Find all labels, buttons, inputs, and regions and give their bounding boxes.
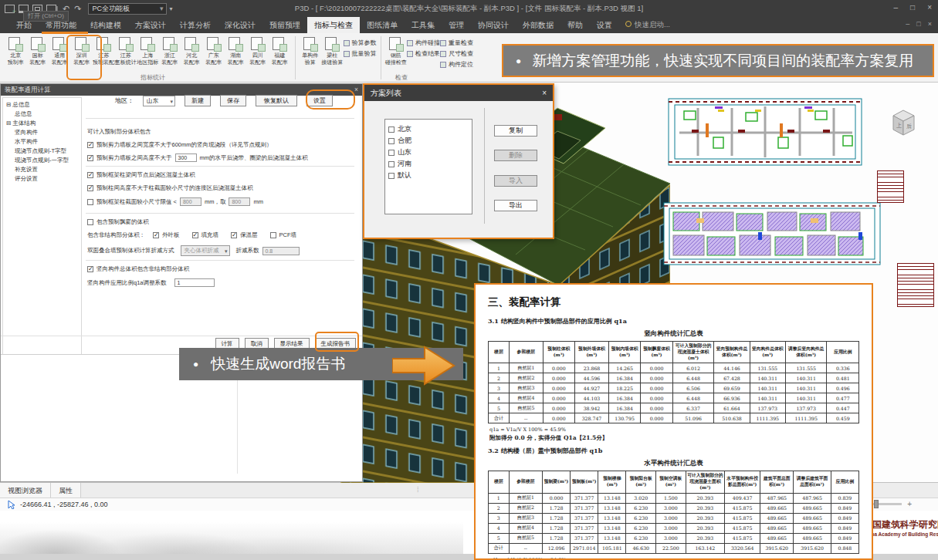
checkbox[interactable] <box>388 127 395 133</box>
option-vertical-cast-strip[interactable]: 预制剪力墙板之间宽度不大于600mm的竖向现浇段（详见节点规则） <box>87 141 273 149</box>
tab-properties[interactable]: 属性 <box>51 483 81 498</box>
ribbon-button-北京[interactable]: 北京预制率 <box>5 35 27 82</box>
band-height-input[interactable]: 300 <box>175 153 197 162</box>
view-cube[interactable]: 上 后 <box>886 106 920 139</box>
checkbox[interactable] <box>192 232 198 238</box>
ribbon-button-湖南[interactable]: 湖南装配率 <box>225 35 247 82</box>
dialog-button-导入[interactable]: 导入 <box>494 175 537 187</box>
zoom-slider-thumb[interactable] <box>874 500 879 508</box>
dialog-button-复制[interactable]: 复制 <box>494 125 537 137</box>
checkbox[interactable] <box>87 172 93 178</box>
tree-node-总信息[interactable]: 总信息 <box>3 110 81 119</box>
ribbon-small-button-检查结果[interactable]: 检查结果 <box>407 49 440 58</box>
nonstruct-option-外叶板[interactable]: 外叶板 <box>153 231 180 239</box>
panel-button-恢复默认[interactable]: 恢复默认 <box>256 95 297 106</box>
zoom-in-icon[interactable]: + <box>907 500 912 508</box>
menu-tab-外部数据[interactable]: 外部数据 <box>516 17 560 33</box>
scheme-item-默认[interactable]: 默认 <box>388 170 469 181</box>
ribbon-button-河北[interactable]: 河北装配率 <box>181 35 203 82</box>
panel-close-icon[interactable]: × <box>354 84 358 96</box>
menu-tab-指标与检查[interactable]: 指标与检查 <box>307 17 360 33</box>
ribbon-small-button-构件定位[interactable]: 构件定位 <box>440 60 473 69</box>
option-total-volume-include[interactable]: 竖向构件总体积包含非结构部分体积 <box>87 265 189 273</box>
option-horizontal-band[interactable]: 预制剪力墙板之间高度不大于 300 mm的水平后浇带、圈梁的后浇混凝土体积 <box>87 153 308 162</box>
checkbox[interactable] <box>153 232 159 238</box>
panel-button-新建[interactable]: 新建 <box>185 95 211 106</box>
quick-start[interactable]: 快速启动... <box>619 17 676 33</box>
ribbon-small-button-尺寸检查[interactable]: 尺寸检查 <box>440 49 473 58</box>
floor-plan-top[interactable] <box>664 93 866 171</box>
nonstruct-option-PCF墙[interactable]: PCF墙 <box>270 231 297 239</box>
factor-input[interactable]: 0.8 <box>262 247 300 255</box>
menu-tab-帮助[interactable]: 帮助 <box>560 17 590 33</box>
menu-tab-计算分析[interactable]: 计算分析 <box>173 17 218 33</box>
checkbox[interactable] <box>270 232 276 238</box>
ribbon-button-四川[interactable]: 四川装配率 <box>247 35 269 82</box>
menu-tab-方案设计[interactable]: 方案设计 <box>128 17 173 33</box>
option-bay-window[interactable]: 包含预制飘窗的体积 <box>87 218 149 226</box>
checkbox[interactable] <box>87 155 93 161</box>
menu-tab-协同设计[interactable]: 协同设计 <box>471 17 516 33</box>
ribbon-button-江苏[interactable]: 江苏三板统计 <box>115 35 137 82</box>
ratio-input[interactable]: 1 <box>174 278 215 287</box>
ribbon-button-广东[interactable]: 广东装配率 <box>203 35 225 82</box>
tree-node-补充设置[interactable]: 补充设置 <box>3 165 81 174</box>
option-column-connection[interactable]: 预制柱间高度不大于柱截面较小尺寸的连接区后浇混凝土体积 <box>87 184 253 192</box>
scheme-item-山东[interactable]: 山东 <box>388 147 469 158</box>
scheme-item-北京[interactable]: 北京 <box>388 123 469 135</box>
checkbox[interactable] <box>87 266 93 272</box>
report-page[interactable]: 三、装配率计算 3.1 结构竖向构件中预制部品部件的应用比例 q1a 竖向构件统… <box>474 283 873 560</box>
ribbon-small-button-构件碰撞[interactable]: 构件碰撞 <box>407 39 440 47</box>
checkbox[interactable] <box>87 142 93 148</box>
ribbon-small-button-验算参数[interactable]: 验算参数 <box>344 39 377 47</box>
checkbox[interactable] <box>388 150 395 156</box>
menu-tab-管理[interactable]: 管理 <box>442 17 471 33</box>
minimize-button[interactable]: – <box>894 3 899 12</box>
menu-tab-结构建模[interactable]: 结构建模 <box>83 17 128 33</box>
menu-tab-预留预埋[interactable]: 预留预埋 <box>262 17 307 33</box>
tree-node-水平构件[interactable]: 水平构件 <box>3 137 81 147</box>
dialog-button-导出[interactable]: 导出 <box>494 200 537 211</box>
reduction-select[interactable]: 夹心体积折减 <box>181 245 230 256</box>
ribbon-small-button-重量检查[interactable]: 重量检查 <box>440 39 473 47</box>
menu-tab-工具集[interactable]: 工具集 <box>405 17 442 33</box>
ribbon-button-梁柱[interactable]: 梁柱接缝验算 <box>321 35 344 82</box>
tree-node-评分设置[interactable]: 评分设置 <box>3 174 81 184</box>
menu-tab-图纸清单[interactable]: 图纸清单 <box>360 17 405 33</box>
scheme-item-合肥[interactable]: 合肥 <box>388 135 469 147</box>
tree-node-现浇节点规则-T字型[interactable]: 现浇节点规则-T字型 <box>3 147 81 156</box>
ribbon-small-button-批量验算[interactable]: 批量验算 <box>344 49 377 58</box>
option-column-size-limit[interactable]: 预制框架柱截面较小尺寸限值 < 800 mm，取 800 mm <box>87 197 263 206</box>
floor-plan-bottom[interactable] <box>659 198 885 269</box>
ribbon-button-单构件[interactable]: 单构件验算 <box>300 35 322 82</box>
ribbon-button-福建[interactable]: 福建装配率 <box>269 35 291 82</box>
scheme-item-河南[interactable]: 河南 <box>388 158 469 170</box>
new-file-icon[interactable] <box>5 5 15 13</box>
size-take-input[interactable]: 800 <box>229 197 250 206</box>
checkbox[interactable] <box>388 161 395 167</box>
region-select[interactable]: 山东 <box>143 96 175 106</box>
panel-button-保存[interactable]: 保存 <box>220 95 246 106</box>
dialog-button-删除[interactable]: 删除 <box>494 150 537 161</box>
size-limit-input[interactable]: 800 <box>180 197 201 206</box>
ribbon-button-国标[interactable]: 国标装配率 <box>27 35 49 82</box>
doc-close-button[interactable]: × <box>928 20 932 28</box>
checkbox[interactable] <box>388 138 395 144</box>
maximize-button[interactable]: □ <box>910 3 915 12</box>
checkbox[interactable] <box>87 219 93 225</box>
close-button[interactable]: × <box>927 3 932 12</box>
template-selector[interactable]: PC全功能板▾ <box>88 3 167 15</box>
menu-tab-深化设计[interactable]: 深化设计 <box>218 17 262 33</box>
option-frame-joint[interactable]: 预制框架柱梁间节点后浇区混凝土体积 <box>87 171 195 179</box>
menu-tab-设置[interactable]: 设置 <box>590 17 619 33</box>
tree-node-现浇节点规则-一字型[interactable]: 现浇节点规则-一字型 <box>3 156 81 165</box>
checkbox[interactable] <box>388 173 395 179</box>
doc-restore-button[interactable]: □ <box>916 20 920 28</box>
tree-node-总信息[interactable]: ⊟ 总信息 <box>3 100 81 110</box>
tree-node-竖向构件[interactable]: 竖向构件 <box>3 128 81 137</box>
checkbox[interactable] <box>87 185 93 191</box>
redo-icon[interactable]: ↷ <box>74 4 81 14</box>
tree-node-主体结构[interactable]: ⊟ 主体结构 <box>3 119 81 128</box>
nonstruct-option-保温层[interactable]: 保温层 <box>231 231 258 239</box>
scheme-listbox[interactable]: 北京合肥山东河南默认 <box>384 119 472 214</box>
